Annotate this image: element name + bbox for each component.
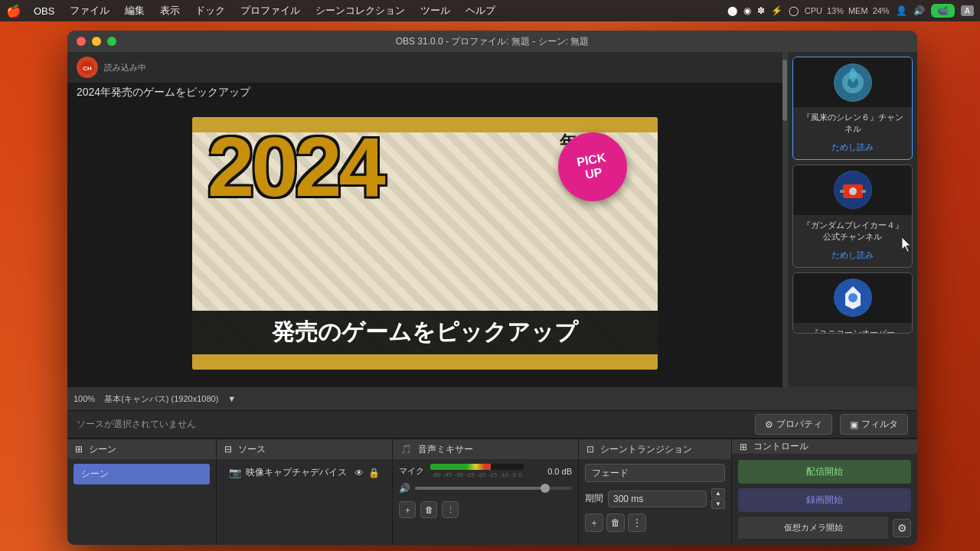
scale-bar: -60-45-30-25-20-15-10-50 [430,471,524,478]
volume-icon-2[interactable]: 🔊 [399,483,410,494]
scene-item[interactable]: シーン [74,464,210,484]
game-kanji: 発売のゲームをピックアップ [192,311,658,354]
preview-image-container: 2024 年 PICK UP 発売のゲームをピックアップ [67,106,782,387]
filter-button[interactable]: ▣ フィルタ [840,414,908,435]
transition-footer: ＋ 🗑 ⋮ [579,510,731,535]
audio-menu-btn[interactable]: ⋮ [442,501,459,518]
audio-remove-btn[interactable]: 🗑 [420,501,437,518]
scroll-indicator[interactable] [782,52,787,387]
scene-panel-icon: ⊞ [75,444,83,455]
preview-panel: CH 読み込み中 2024年発売のゲームをピックアップ 2024 [67,52,782,387]
minimize-button[interactable] [92,37,101,46]
source-lock-icon[interactable]: 🔒 [368,468,380,478]
sidebar-card-2-name: 『ガンダムブレイカー４』公式チャンネル [793,215,912,248]
system-icon-1: ⬤ [727,5,737,16]
record-button[interactable]: 録画開始 [738,488,911,512]
sidebar-avatar-1 [834,64,872,102]
menubar-help[interactable]: ヘルプ [459,2,501,19]
menubar-obs[interactable]: OBS [28,4,60,18]
audio-footer: ＋ 🗑 ⋮ [393,498,578,521]
obs-content: CH 読み込み中 2024年発売のゲームをピックアップ 2024 [67,52,917,545]
sidebar-card-3[interactable]: 『ユニコーンオーバー [792,272,913,334]
audio-controls: マイク -60-45-30-25-20-15-10-50 0.0 dB [393,459,578,498]
controls-panel-icon: ⊞ [740,442,747,452]
channel-avatar: CH [77,57,98,78]
controls-panel-title: コントロール [753,440,808,453]
menubar-file[interactable]: ファイル [64,2,116,19]
traffic-lights [77,37,116,46]
duration-label: 期間 [585,492,603,505]
svg-point-11 [848,293,858,302]
sidebar-card-1-link[interactable]: ためし読み [793,140,912,159]
virtual-cam-button[interactable]: 仮想カメラ開始 [738,517,888,539]
sidebar-card-2[interactable]: 『ガンダムブレイカー４』公式チャンネル ためし読み [792,165,913,268]
sidebar-card-2-link[interactable]: ためし読み [793,248,912,267]
svg-rect-9 [861,190,866,193]
properties-button[interactable]: ⚙ プロパティ [755,414,832,435]
menubar-dock[interactable]: ドック [189,2,231,19]
scroll-thumb [782,60,787,121]
source-item[interactable]: 📷 映像キャプチャデバイス 👁 🔒 [221,462,387,483]
apple-menu[interactable]: 🍎 [6,4,21,18]
preview-image: 2024 年 PICK UP 発売のゲームをピックアップ [192,117,658,370]
volume-dot [541,484,550,493]
controls-content: 配信開始 録画開始 仮想カメラ開始 ⚙ [732,454,917,545]
menubar-tools[interactable]: ツール [414,2,456,19]
audio-panel-title: 音声ミキサー [418,443,473,456]
canvas-info: 基本(キャンバス) (1920x1080) [104,393,218,405]
audio-row: マイク -60-45-30-25-20-15-10-50 0.0 dB [399,464,572,478]
input-icon: A [961,5,974,16]
transition-panel-header: ⊡ シーントランジション [579,439,731,459]
transition-type-select[interactable]: フェード [585,464,725,482]
sidebar-avatar-3 [834,279,872,317]
volume-icon[interactable]: 🔊 [913,5,925,16]
source-item-label: 映像キャプチャデバイス [246,466,347,479]
preview-header: CH 読み込み中 [67,52,782,83]
no-source-text: ソースが選択されていません [77,418,747,431]
svg-rect-8 [840,190,844,193]
audio-panel-icon: 🎵 [400,444,412,455]
transition-menu-btn[interactable]: ⋮ [628,514,646,532]
cpu-value: 13% [827,6,844,15]
duration-input[interactable] [608,491,707,507]
audio-panel: 🎵 音声ミキサー マイク -60-45-30-25-20-15-10-50 [393,439,579,545]
audio-add-btn[interactable]: ＋ [399,501,416,518]
menubar-view[interactable]: 表示 [154,2,186,19]
duration-arrows: ▲ ▼ [711,488,725,509]
menubar-profile[interactable]: プロファイル [234,2,306,19]
transition-add-btn[interactable]: ＋ [585,514,603,532]
settings-icon[interactable]: ⚙ [893,519,911,537]
transition-remove-btn[interactable]: 🗑 [606,514,625,532]
camera-button[interactable]: 📹 [931,4,955,18]
maximize-button[interactable] [107,37,116,46]
bottom-panels: ⊞ シーン シーン ⊟ ソース 📷 映像キャプチャデバイス 👁 🔒 [67,438,917,545]
close-button[interactable] [77,37,86,46]
mem-value: 24% [873,6,890,15]
duration-down[interactable]: ▼ [711,499,725,509]
scene-panel: ⊞ シーン シーン [67,439,217,545]
transition-panel: ⊡ シーントランジション フェード 期間 ▲ ▼ ＋ 🗑 ⋮ [579,439,732,545]
scene-panel-title: シーン [89,443,116,456]
level-fill [430,464,491,470]
year-text: 2024 [207,125,383,209]
right-sidebar[interactable]: 『風来のシレン６』チャンネル ためし読み [787,52,917,387]
source-visible-icon[interactable]: 👁 [354,468,364,478]
menubar-edit[interactable]: 編集 [119,2,151,19]
volume-slider[interactable] [415,487,572,490]
source-panel-title: ソース [238,443,266,456]
source-camera-icon: 📷 [229,467,241,478]
level-bar [430,464,524,470]
stream-button[interactable]: 配信開始 [738,460,911,484]
obs-window: OBS 31.0.0 - プロファイル: 無題 - シーン: 無題 CH 読み込… [67,31,917,545]
volume-fill [415,487,548,490]
menubar-scene-collection[interactable]: シーンコレクション [309,2,411,19]
sidebar-card-1[interactable]: 『風来のシレン６』チャンネル ためし読み [792,57,913,160]
preview-heading: 2024年発売のゲームをピックアップ [67,83,782,106]
svg-point-7 [849,187,857,195]
duration-up[interactable]: ▲ [711,488,725,498]
dropdown-arrow[interactable]: ▼ [227,394,236,403]
scene-panel-header: ⊞ シーン [67,439,216,459]
volume-slider-row: 🔊 [399,483,572,494]
svg-text:CH: CH [83,65,92,72]
channel-name: 読み込み中 [104,62,146,73]
